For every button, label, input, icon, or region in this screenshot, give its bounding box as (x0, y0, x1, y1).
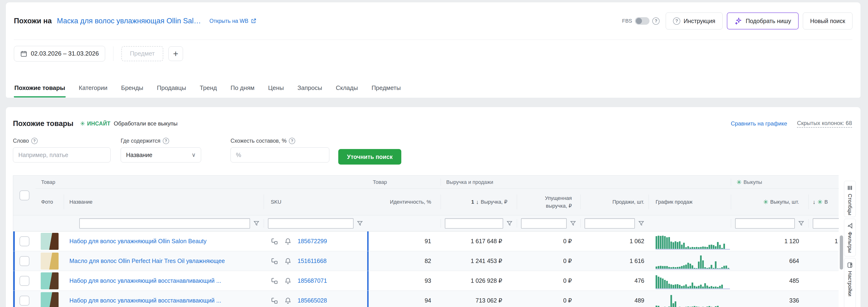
tab-6[interactable]: По дням (230, 80, 255, 97)
col-photo[interactable]: Фото (35, 189, 64, 215)
sku-link[interactable]: 185665028 (298, 297, 327, 304)
source-product-link[interactable]: Маска для волос увлажняющая Ollin Sal… (57, 17, 201, 25)
subject-chip[interactable]: Предмет (121, 46, 163, 61)
col-lost-revenue[interactable]: Упущенная выручка, ₽ (517, 189, 580, 215)
similar-products-table: Товар Товар Выручка и продажи ✳ Выкупы Ф… (13, 175, 839, 307)
col-revenue[interactable]: 1 ↓ Выручка, ₽ (441, 189, 517, 215)
revenue-value: 1 617 648 ₽ (441, 231, 517, 251)
notification-bell-icon[interactable] (284, 297, 291, 304)
col-buyouts[interactable]: ✳ Выкупы, шт. (731, 189, 808, 215)
rail-columns-label: Столбцы (847, 194, 853, 215)
word-input[interactable] (13, 147, 111, 163)
sales-value: 489 (580, 291, 649, 307)
group-product-right: Товар (367, 176, 441, 189)
sku-link[interactable]: 185672299 (298, 238, 327, 245)
tab-10[interactable]: Предметы (371, 80, 401, 97)
lost-revenue-filter-input[interactable] (521, 218, 567, 229)
funnel-icon[interactable] (357, 220, 363, 226)
sku-link[interactable]: 185687071 (298, 277, 327, 284)
row-checkbox[interactable] (20, 256, 29, 266)
tab-3[interactable]: Бренды (121, 80, 144, 97)
insight-badge: ✳ ИНСАЙТ (80, 120, 110, 127)
col-name[interactable]: Название (64, 189, 264, 215)
col-sales[interactable]: Продажи, шт. (580, 189, 649, 215)
related-items-icon[interactable] (271, 238, 278, 245)
contains-filter: Где содержится ? Название ∨ (121, 138, 201, 163)
revenue-filter-input[interactable] (445, 218, 503, 229)
contains-select[interactable]: Название ∨ (121, 147, 201, 163)
sales-spark-chart[interactable] (656, 235, 730, 250)
row-checkbox[interactable] (20, 296, 29, 306)
col-sku[interactable]: SKU (264, 189, 367, 215)
buyouts-status: Обработали все выкупы (114, 120, 178, 127)
tab-1[interactable]: Похожие товары (14, 80, 66, 97)
row-checkbox[interactable] (20, 236, 29, 246)
sales-spark-chart[interactable] (656, 275, 730, 289)
open-on-wb-label: Открыть на WB (209, 18, 248, 24)
sales-spark-chart[interactable] (656, 255, 730, 270)
buyouts-value: 1 120 (731, 231, 808, 251)
new-search-button[interactable]: Новый поиск (803, 12, 852, 29)
revenue-value: 1 026 928 ₽ (441, 271, 517, 290)
notification-bell-icon[interactable] (284, 277, 291, 285)
compare-on-chart-link[interactable]: Сравнить на графике (731, 120, 787, 127)
open-on-wb-link[interactable]: Открыть на WB (209, 18, 257, 24)
tab-5[interactable]: Тренд (199, 80, 217, 97)
fbs-toggle[interactable] (635, 17, 649, 25)
similarity-input[interactable] (230, 147, 329, 163)
sales-spark-chart[interactable] (656, 295, 730, 307)
header-card: Похожи на Маска для волос увлажняющая Ol… (6, 2, 861, 98)
funnel-icon[interactable] (506, 220, 513, 226)
funnel-icon[interactable] (570, 220, 576, 226)
date-range-picker[interactable]: 02.03.2026 – 31.03.2026 (14, 46, 105, 61)
notification-bell-icon[interactable] (284, 257, 291, 265)
add-filter-button[interactable]: + (168, 46, 183, 61)
buyouts-filter-input[interactable] (735, 218, 795, 229)
funnel-icon[interactable] (253, 220, 259, 226)
word-help-icon[interactable]: ? (31, 138, 38, 144)
sku-link[interactable]: 151611668 (298, 257, 327, 264)
related-items-icon[interactable] (271, 257, 278, 265)
sku-filter-input[interactable] (268, 218, 353, 229)
tab-2[interactable]: Категории (78, 80, 108, 97)
product-image[interactable] (41, 233, 59, 250)
refine-search-button[interactable]: Уточнить поиск (338, 149, 401, 165)
vertical-scrollbar[interactable] (840, 235, 843, 270)
page-title: Похожи на (14, 17, 52, 25)
product-name-link[interactable]: Масло для волос Ollin Perfect Hair Tres … (69, 257, 225, 264)
notification-bell-icon[interactable] (284, 238, 291, 245)
funnel-icon[interactable] (638, 220, 644, 226)
fbs-help-icon[interactable]: ? (652, 18, 659, 25)
funnel-icon[interactable] (798, 220, 804, 226)
product-image[interactable] (41, 292, 59, 307)
tab-4[interactable]: Продавцы (156, 80, 187, 97)
tab-8[interactable]: Запросы (297, 80, 323, 97)
product-name-link[interactable]: Набор для волос увлажняющий Ollin Salon … (69, 238, 207, 245)
related-items-icon[interactable] (271, 277, 278, 285)
product-image[interactable] (41, 272, 59, 289)
tab-9[interactable]: Склады (335, 80, 358, 97)
revenue-filter-cell (441, 216, 517, 231)
rail-tab-columns[interactable]: Столбцы (844, 181, 856, 217)
similarity-help-icon[interactable]: ? (289, 138, 295, 144)
partial-filter-input[interactable] (813, 218, 839, 229)
rail-tab-settings[interactable]: Настройки (844, 258, 856, 307)
product-name-link[interactable]: Набор для волос увлажняющий восстанавлив… (69, 277, 221, 284)
product-image[interactable] (41, 253, 59, 270)
col-partial[interactable]: ↓ ✳ В (808, 189, 839, 215)
related-items-icon[interactable] (271, 297, 278, 304)
product-name-link[interactable]: Набор для волос увлажняющий восстанавлив… (69, 297, 221, 304)
hidden-columns-link[interactable]: Скрытых колонок: 68 (797, 120, 852, 128)
row-checkbox[interactable] (20, 276, 29, 286)
col-identity[interactable]: Идентичность, % (369, 189, 441, 215)
rail-tab-filters[interactable]: Фильтры (844, 219, 856, 256)
instruction-button[interactable]: ? Инструкция (666, 12, 723, 29)
sales-filter-input[interactable] (585, 218, 635, 229)
pick-niche-button[interactable]: Подобрать нишу (727, 12, 799, 29)
name-filter-input[interactable] (79, 218, 250, 229)
tab-7[interactable]: Цены (268, 80, 284, 97)
buyouts-value: 336 (731, 291, 808, 307)
contains-help-icon[interactable]: ? (163, 138, 169, 144)
top-bar: Похожи на Маска для волос увлажняющая Ol… (14, 2, 852, 39)
select-all-checkbox[interactable] (20, 191, 29, 200)
